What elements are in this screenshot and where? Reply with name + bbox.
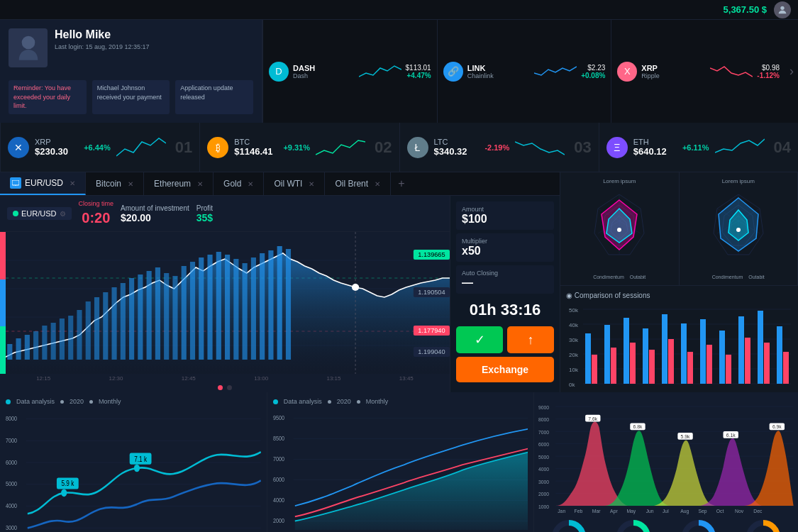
card-logo-xrp: ✕: [8, 137, 29, 158]
auto-closing-label: Auto Closing: [462, 270, 548, 277]
profit-block: Profit 35$: [196, 204, 213, 223]
svg-text:1000: 1000: [538, 504, 549, 509]
svg-text:10k: 10k: [569, 367, 579, 373]
svg-text:Nov: Nov: [735, 509, 744, 514]
card-chart-btc: [316, 135, 365, 160]
svg-text:30k: 30k: [569, 337, 579, 343]
svg-rect-92: [668, 339, 674, 384]
ticker-scroll-right[interactable]: ›: [785, 20, 798, 123]
tab-ethereum-close[interactable]: ✕: [197, 180, 203, 188]
user-lastlogin: Last login: 15 aug, 2019 12:35:17: [55, 43, 253, 50]
user-greeting: Hello Mike: [55, 28, 253, 41]
card-chart-eth: [715, 135, 765, 160]
svg-text:9000: 9000: [538, 405, 549, 410]
ticker-link[interactable]: 🔗 LINK Chainlink $2.23 +0.08%: [437, 20, 611, 123]
tab-oilbrent-close[interactable]: ✕: [375, 180, 380, 188]
svg-text:8000: 8000: [6, 414, 17, 422]
svg-text:1.177940: 1.177940: [418, 327, 445, 334]
user-info: Hello Mike Last login: 15 aug, 2019 12:3…: [55, 28, 253, 50]
tab-bitcoin[interactable]: Bitcoin ✕: [86, 172, 144, 195]
svg-rect-95: [700, 319, 706, 384]
panel-1-year-dot: [60, 400, 64, 404]
page-dot-1[interactable]: [218, 385, 223, 390]
multiplier-label: Multiplier: [462, 238, 548, 245]
card-ltc[interactable]: Ł LTC $340.32 -2.19% 03: [399, 123, 599, 172]
tab-add-button[interactable]: +: [391, 172, 411, 195]
tab-oilwti-close[interactable]: ✕: [309, 180, 314, 188]
svg-rect-91: [662, 314, 667, 384]
svg-text:1.190504: 1.190504: [418, 289, 445, 296]
amount-field[interactable]: Amount $100: [456, 201, 554, 230]
top-bar: 5,367.50 $: [0, 0, 798, 20]
donut-svg-1: 60%: [550, 519, 587, 532]
svg-text:20k: 20k: [569, 352, 579, 358]
tab-eurusd-label: EUR/USD: [25, 178, 63, 188]
svg-rect-29: [172, 276, 177, 360]
main-chart: 1.139665 1.190504 1.177940 1.199040: [0, 232, 450, 374]
user-msg-3: Application update released: [175, 80, 253, 114]
user-avatar-icon[interactable]: [774, 1, 791, 18]
bottom-row: Data analysis 2020 Monthly 8000 7000 600…: [0, 392, 798, 532]
svg-rect-25: [138, 275, 143, 360]
svg-rect-83: [585, 333, 591, 384]
svg-rect-41: [277, 246, 282, 360]
exchange-button[interactable]: Exchange: [456, 357, 554, 382]
card-eth[interactable]: Ξ ETH $640.12 +6.11% 04: [599, 123, 798, 172]
svg-rect-24: [129, 278, 134, 360]
svg-rect-104: [783, 352, 789, 384]
svg-point-70: [736, 228, 741, 232]
svg-text:7.6k: 7.6k: [589, 416, 598, 421]
tab-oilwti[interactable]: Oil WTI ✕: [264, 172, 325, 195]
svg-point-120: [134, 465, 140, 472]
tab-eurusd[interactable]: EUR/USD ✕: [0, 172, 86, 195]
card-xrp[interactable]: ✕ XRP $230.30 +6.44% 01: [0, 123, 199, 172]
svg-text:5.9 k: 5.9 k: [61, 479, 74, 487]
tab-eurusd-close[interactable]: ✕: [70, 179, 75, 187]
tab-bitcoin-close[interactable]: ✕: [128, 180, 133, 188]
tab-bitcoin-label: Bitcoin: [96, 179, 121, 189]
ticker-logo-link: 🔗: [443, 62, 463, 82]
svg-rect-35: [225, 255, 230, 360]
confirm-button[interactable]: ✓: [456, 326, 503, 353]
bottom-panel-1: Data analysis 2020 Monthly 8000 7000 600…: [0, 392, 267, 532]
svg-rect-19: [86, 301, 91, 360]
svg-rect-84: [592, 355, 597, 384]
svg-rect-26: [147, 271, 152, 360]
svg-text:Mar: Mar: [592, 509, 601, 514]
ticker-dash[interactable]: D DASH Dash $113.01 +4.47%: [262, 20, 437, 123]
card-btc[interactable]: ₿ BTC $1146.41 +9.31% 02: [199, 123, 399, 172]
svg-rect-22: [111, 287, 116, 360]
time-axis: 12:15 12:30 12:45 13:00 13:15 13:45: [0, 374, 450, 383]
tab-oilbrent[interactable]: Oil Brent ✕: [325, 172, 391, 195]
user-msg-1: Reminder: You have exceeded your daily l…: [9, 80, 87, 114]
auto-closing-field[interactable]: Auto Closing —: [456, 265, 554, 294]
tab-ethereum[interactable]: Ethereum ✕: [144, 172, 214, 195]
panel-1-dot: [6, 399, 11, 404]
svg-text:Jun: Jun: [646, 509, 654, 514]
donut-row: 60% Lorem ipsum dolor sit amet 46% Vivam…: [538, 519, 794, 532]
page-dot-2[interactable]: [227, 385, 232, 390]
ticker-xrp[interactable]: X XRP Ripple $0.98 -1.12%: [611, 20, 785, 123]
multiplier-field[interactable]: Multiplier x50: [456, 233, 554, 262]
profit-value: 35$: [196, 212, 213, 223]
up-button[interactable]: ↑: [507, 326, 554, 353]
donut-3: 90% Proin vitae varius dolor: [675, 519, 721, 532]
svg-rect-93: [681, 323, 687, 384]
ticker-chart-dash: [359, 62, 401, 80]
svg-text:Apr: Apr: [610, 509, 618, 514]
svg-rect-40: [268, 250, 273, 360]
auto-closing-value: —: [462, 277, 548, 289]
pair-selector[interactable]: EUR/USD ⚙: [7, 207, 72, 220]
donut-4: 75% Sed porta autemont: [741, 519, 787, 532]
tab-gold-close[interactable]: ✕: [248, 180, 253, 188]
tab-gold[interactable]: Gold ✕: [214, 172, 264, 195]
svg-text:9500: 9500: [273, 414, 284, 421]
svg-text:1.199040: 1.199040: [418, 348, 445, 355]
card-chart-ltc: [515, 135, 565, 160]
svg-rect-86: [611, 348, 616, 384]
svg-text:Jul: Jul: [663, 509, 669, 514]
right-panel: Lorem ipsum: [560, 172, 798, 392]
svg-rect-14: [42, 326, 47, 360]
svg-rect-38: [251, 257, 256, 360]
svg-rect-11: [16, 338, 21, 360]
